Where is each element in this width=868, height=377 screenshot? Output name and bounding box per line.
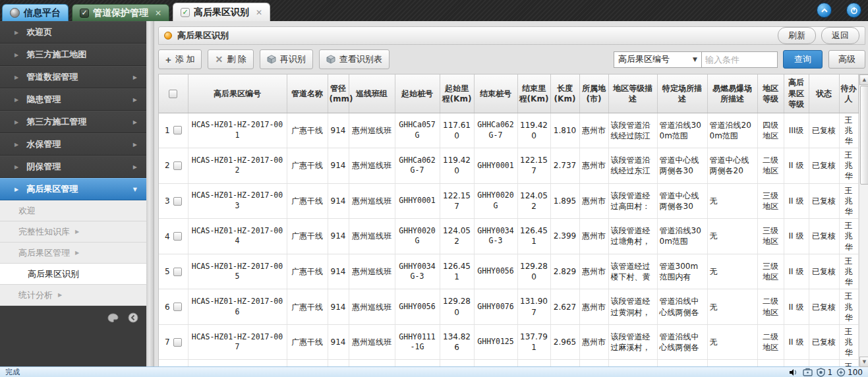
search-field-select[interactable]: 高后果区编号 ▼: [614, 51, 702, 68]
column-header[interactable]: 待办人: [839, 74, 858, 113]
table-row[interactable]: 1HCAS-HZ01-HZ-2017-001广惠干线914惠州巡线班GHHCa0…: [159, 113, 858, 148]
column-header[interactable]: 起始里程(Km): [440, 74, 474, 113]
sidebar-submenu-item[interactable]: 统计分析▶: [0, 285, 146, 306]
row-select-cell: 4: [159, 219, 188, 254]
add-button[interactable]: + 添 加: [158, 49, 202, 69]
column-header[interactable]: 易燃易爆场所描述: [707, 74, 757, 113]
column-header[interactable]: 高后果区等级: [784, 74, 809, 113]
column-header[interactable]: 特定场所描述: [657, 74, 707, 113]
table-row[interactable]: 5HCAS-HZ01-HZ-2017-005广惠干线914惠州巡线班GHHY00…: [159, 254, 858, 289]
column-header[interactable]: 高后果区编号: [188, 74, 287, 113]
sidebar-item[interactable]: ▶第三方施工地图: [0, 44, 146, 66]
table-cell: 王兆华: [839, 324, 858, 360]
protected-mode-indicator[interactable]: 1: [817, 368, 832, 377]
zoom-level-indicator[interactable]: 100: [836, 368, 863, 377]
table-cell: 无: [707, 254, 757, 289]
column-header[interactable]: 结束里程(Km): [517, 74, 550, 113]
condition-input[interactable]: [702, 51, 778, 68]
column-header[interactable]: 管道名称: [287, 74, 328, 113]
sidebar-item-label: 第三方施工地图: [26, 49, 86, 61]
row-checkbox[interactable]: [173, 268, 182, 276]
row-checkbox[interactable]: [173, 126, 182, 134]
row-checkbox[interactable]: [173, 197, 182, 206]
table-cell: 126.451: [517, 219, 550, 254]
table-row[interactable]: 7HCAS-HZ01-HZ-2017-007广惠干线914惠州巡线班GHHY01…: [159, 324, 858, 360]
sidebar-submenu-item[interactable]: 完整性知识库▶: [0, 221, 146, 243]
scroll-down-arrow-icon[interactable]: ▼: [859, 357, 868, 367]
table-cell: 该管道经过楼下村、黄: [608, 254, 657, 289]
sidebar-item[interactable]: ▶阴保管理▶: [0, 156, 146, 178]
column-header[interactable]: 所属地(市): [579, 74, 608, 113]
submenu-item-label: 欢迎: [18, 205, 36, 217]
close-icon[interactable]: ✕: [155, 9, 161, 17]
scrollbar-thumb[interactable]: [860, 86, 868, 185]
row-checkbox[interactable]: [173, 232, 182, 241]
tab-hca-identification[interactable]: ✓ 高后果区识别 ✕: [173, 3, 270, 21]
reidentify-button[interactable]: 再识别: [260, 49, 313, 69]
row-select-cell: 6: [159, 289, 188, 325]
table-cell: 广惠干线: [287, 289, 328, 325]
theme-palette-icon[interactable]: [107, 313, 119, 323]
row-number: 6: [165, 302, 170, 312]
sidebar-item-label: 第三方施工管理: [26, 116, 86, 128]
table-row[interactable]: 4HCAS-HZ01-HZ-2017-004广惠干线914惠州巡线班GHHY00…: [159, 219, 858, 254]
table-cell: 已复核: [809, 113, 839, 148]
column-header[interactable]: 结束桩号: [474, 74, 517, 113]
back-button[interactable]: 返回: [821, 27, 859, 44]
sidebar-item[interactable]: ▶欢迎页: [0, 21, 146, 44]
column-header[interactable]: 状态: [809, 74, 839, 113]
table-cell: HCAS-HZ01-HZ-2017-007: [188, 324, 287, 360]
tab-pipeline-protection[interactable]: ✓ 管道保护管理 ✕: [72, 4, 169, 21]
table-row[interactable]: 6HCAS-HZ01-HZ-2017-006广惠干线914惠州巡线班GHHY00…: [159, 289, 858, 325]
table-cell: 已复核: [809, 183, 839, 219]
collapse-sidebar-icon[interactable]: [128, 312, 138, 323]
column-header[interactable]: 起始桩号: [395, 74, 440, 113]
row-checkbox[interactable]: [173, 303, 182, 311]
advanced-button[interactable]: 高级: [828, 50, 865, 69]
bullet-arrow-icon: ▶: [14, 119, 18, 125]
delete-button[interactable]: ✕ 删 除: [208, 49, 253, 69]
sidebar-submenu-item[interactable]: 高后果区识别: [0, 264, 146, 285]
status-bar: 完成 1 100: [0, 366, 868, 377]
panel-title-icon: [164, 32, 172, 40]
table-cell: GHHY0034G-3: [395, 254, 440, 289]
table-row[interactable]: 3HCAS-HZ01-HZ-2017-003广惠干线914惠州巡线班GHHY00…: [159, 183, 858, 219]
panel-header: 高后果区识别 刷新 返回: [158, 26, 865, 45]
bullet-arrow-icon: ▶: [14, 52, 18, 58]
column-header[interactable]: 巡线班组: [349, 74, 395, 113]
collapse-up-button[interactable]: [817, 3, 832, 18]
briefcase-icon[interactable]: [803, 368, 813, 376]
view-identification-table-button[interactable]: 查看识别表: [319, 49, 390, 69]
sidebar-submenu: 欢迎完整性知识库▶高后果区管理▶高后果区识别统计分析▶: [0, 200, 146, 306]
sidebar-submenu-item[interactable]: 高后果区管理▶: [0, 243, 146, 264]
column-header[interactable]: 管径(mm): [328, 74, 349, 113]
row-checkbox[interactable]: [173, 338, 182, 347]
delete-label: 删 除: [227, 53, 246, 65]
select-all-checkbox[interactable]: [169, 90, 177, 98]
vertical-scrollbar[interactable]: ▲ ▼: [859, 74, 868, 367]
table-cell: 广惠干线: [287, 183, 328, 219]
sidebar-item[interactable]: ▶高后果区管理▼: [0, 178, 146, 200]
table-cell: 122.157: [440, 183, 474, 219]
refresh-button[interactable]: 刷新: [778, 27, 816, 44]
scroll-up-arrow-icon[interactable]: ▲: [859, 74, 868, 85]
sidebar-splitter[interactable]: [146, 21, 154, 366]
close-icon[interactable]: ✕: [256, 9, 262, 16]
sidebar-item[interactable]: ▶水保管理▶: [0, 133, 146, 156]
sidebar-submenu-item[interactable]: 欢迎: [0, 200, 146, 221]
speaker-icon[interactable]: [789, 368, 799, 376]
column-header[interactable]: 地区等级: [757, 74, 784, 113]
tab-info-platform[interactable]: 信息平台: [2, 4, 69, 21]
table-row[interactable]: 2HCAS-HZ01-HZ-2017-002广惠干线914惠州巡线班GHHCa0…: [159, 148, 858, 184]
power-button[interactable]: [846, 3, 861, 18]
table-cell: 126.451: [440, 254, 474, 289]
table-cell: 2.627: [550, 289, 579, 325]
table-cell: 管道沿线200m范围: [707, 113, 757, 148]
column-header[interactable]: 地区等级描述: [608, 74, 657, 113]
sidebar-item[interactable]: ▶第三方施工管理▶: [0, 111, 146, 133]
sidebar-item[interactable]: ▶隐患管理▶: [0, 88, 146, 111]
column-header[interactable]: 长度(Km): [550, 74, 579, 113]
sidebar-item[interactable]: ▶管道数据管理▶: [0, 66, 146, 88]
query-button[interactable]: 查询: [783, 50, 823, 69]
row-checkbox[interactable]: [173, 161, 182, 170]
